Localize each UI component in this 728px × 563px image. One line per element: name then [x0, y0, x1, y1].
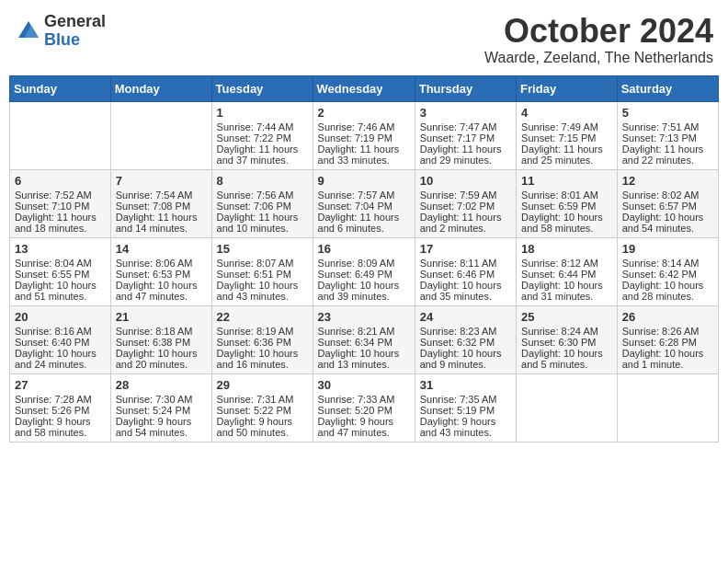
day-header-saturday: Saturday: [617, 75, 718, 101]
page-header: General Blue October 2024 Waarde, Zeelan…: [9, 9, 719, 70]
sunset-text: Sunset: 6:44 PM: [521, 269, 596, 280]
sunrise-text: Sunrise: 7:56 AM: [217, 190, 294, 201]
sunset-text: Sunset: 6:42 PM: [622, 269, 697, 280]
daylight-text: Daylight: 10 hours and 31 minutes.: [521, 280, 603, 302]
daylight-text: Daylight: 9 hours and 50 minutes.: [217, 416, 293, 438]
sunrise-text: Sunrise: 8:12 AM: [521, 258, 598, 269]
daylight-text: Daylight: 11 hours and 29 minutes.: [420, 144, 502, 166]
day-number: 5: [622, 106, 713, 120]
calendar-cell: 12Sunrise: 8:02 AMSunset: 6:57 PMDayligh…: [617, 169, 718, 237]
calendar-cell: 28Sunrise: 7:30 AMSunset: 5:24 PMDayligh…: [110, 373, 211, 442]
sunset-text: Sunset: 7:06 PM: [217, 201, 291, 212]
day-number: 25: [521, 310, 612, 324]
calendar-cell: 5Sunrise: 7:51 AMSunset: 7:13 PMDaylight…: [617, 101, 718, 169]
day-number: 7: [116, 174, 207, 188]
calendar-week-row: 20Sunrise: 8:16 AMSunset: 6:40 PMDayligh…: [10, 305, 719, 373]
daylight-text: Daylight: 9 hours and 54 minutes.: [116, 416, 192, 438]
calendar-cell: 31Sunrise: 7:35 AMSunset: 5:19 PMDayligh…: [415, 373, 516, 442]
sunrise-text: Sunrise: 7:57 AM: [318, 190, 395, 201]
day-number: 11: [521, 174, 612, 188]
calendar-cell: 8Sunrise: 7:56 AMSunset: 7:06 PMDaylight…: [211, 169, 313, 237]
calendar-header-row: SundayMondayTuesdayWednesdayThursdayFrid…: [10, 75, 719, 101]
sunrise-text: Sunrise: 8:24 AM: [521, 326, 598, 337]
calendar-cell: 4Sunrise: 7:49 AMSunset: 7:15 PMDaylight…: [517, 101, 618, 169]
calendar-cell: 24Sunrise: 8:23 AMSunset: 6:32 PMDayligh…: [415, 305, 516, 373]
sunset-text: Sunset: 5:20 PM: [318, 405, 392, 416]
day-number: 6: [15, 174, 106, 188]
daylight-text: Daylight: 10 hours and 24 minutes.: [15, 348, 97, 370]
sunrise-text: Sunrise: 8:04 AM: [15, 258, 92, 269]
sunrise-text: Sunrise: 8:21 AM: [318, 326, 395, 337]
sunrise-text: Sunrise: 7:31 AM: [217, 394, 294, 405]
day-header-tuesday: Tuesday: [211, 75, 313, 101]
sunset-text: Sunset: 7:15 PM: [521, 132, 596, 144]
day-number: 24: [420, 310, 511, 324]
sunrise-text: Sunrise: 7:59 AM: [420, 190, 497, 201]
month-title: October 2024: [484, 13, 713, 50]
calendar-week-row: 27Sunrise: 7:28 AMSunset: 5:26 PMDayligh…: [10, 373, 719, 442]
calendar-cell: 1Sunrise: 7:44 AMSunset: 7:22 PMDaylight…: [211, 101, 313, 169]
day-number: 28: [116, 378, 207, 392]
day-number: 10: [420, 174, 511, 188]
sunset-text: Sunset: 6:59 PM: [521, 201, 596, 212]
sunset-text: Sunset: 6:49 PM: [318, 269, 392, 280]
logo-general: General: [44, 13, 106, 31]
calendar-cell: 11Sunrise: 8:01 AMSunset: 6:59 PMDayligh…: [517, 169, 618, 237]
sunrise-text: Sunrise: 7:28 AM: [15, 394, 92, 405]
logo-icon: [15, 17, 42, 45]
daylight-text: Daylight: 10 hours and 5 minutes.: [521, 348, 603, 370]
calendar-cell: 17Sunrise: 8:11 AMSunset: 6:46 PMDayligh…: [415, 237, 516, 305]
calendar-cell: 13Sunrise: 8:04 AMSunset: 6:55 PMDayligh…: [10, 237, 111, 305]
sunrise-text: Sunrise: 7:46 AM: [318, 121, 395, 132]
day-number: 9: [318, 174, 410, 188]
sunset-text: Sunset: 7:22 PM: [217, 132, 291, 144]
day-header-wednesday: Wednesday: [313, 75, 415, 101]
sunrise-text: Sunrise: 7:47 AM: [420, 121, 497, 132]
sunset-text: Sunset: 6:51 PM: [217, 269, 291, 280]
calendar-cell: 2Sunrise: 7:46 AMSunset: 7:19 PMDaylight…: [313, 101, 415, 169]
daylight-text: Daylight: 10 hours and 9 minutes.: [420, 348, 502, 370]
day-header-friday: Friday: [517, 75, 618, 101]
day-number: 26: [622, 310, 713, 324]
sunset-text: Sunset: 6:40 PM: [15, 337, 89, 348]
calendar-week-row: 6Sunrise: 7:52 AMSunset: 7:10 PMDaylight…: [10, 169, 719, 237]
calendar-cell: 14Sunrise: 8:06 AMSunset: 6:53 PMDayligh…: [110, 237, 211, 305]
day-number: 27: [15, 378, 106, 392]
daylight-text: Daylight: 11 hours and 14 minutes.: [116, 212, 198, 234]
calendar-cell: 22Sunrise: 8:19 AMSunset: 6:36 PMDayligh…: [211, 305, 313, 373]
sunrise-text: Sunrise: 8:07 AM: [217, 258, 294, 269]
calendar-cell: [110, 101, 211, 169]
sunrise-text: Sunrise: 8:19 AM: [217, 326, 294, 337]
calendar-cell: 16Sunrise: 8:09 AMSunset: 6:49 PMDayligh…: [313, 237, 415, 305]
calendar-cell: 20Sunrise: 8:16 AMSunset: 6:40 PMDayligh…: [10, 305, 111, 373]
sunset-text: Sunset: 6:55 PM: [15, 269, 89, 280]
sunset-text: Sunset: 6:34 PM: [318, 337, 392, 348]
sunrise-text: Sunrise: 7:49 AM: [521, 121, 598, 132]
day-number: 20: [15, 310, 106, 324]
calendar-cell: 30Sunrise: 7:33 AMSunset: 5:20 PMDayligh…: [313, 373, 415, 442]
logo-text: General Blue: [44, 13, 106, 50]
day-header-monday: Monday: [110, 75, 211, 101]
sunset-text: Sunset: 6:32 PM: [420, 337, 495, 348]
sunset-text: Sunset: 6:57 PM: [622, 201, 697, 212]
calendar-cell: 7Sunrise: 7:54 AMSunset: 7:08 PMDaylight…: [110, 169, 211, 237]
day-number: 14: [116, 242, 207, 256]
day-number: 15: [217, 242, 308, 256]
sunset-text: Sunset: 7:17 PM: [420, 132, 495, 144]
daylight-text: Daylight: 10 hours and 35 minutes.: [420, 280, 502, 302]
calendar-cell: 9Sunrise: 7:57 AMSunset: 7:04 PMDaylight…: [313, 169, 415, 237]
sunrise-text: Sunrise: 7:52 AM: [15, 190, 92, 201]
daylight-text: Daylight: 10 hours and 54 minutes.: [622, 212, 704, 234]
sunset-text: Sunset: 7:10 PM: [15, 201, 89, 212]
calendar-cell: 26Sunrise: 8:26 AMSunset: 6:28 PMDayligh…: [617, 305, 718, 373]
day-header-thursday: Thursday: [415, 75, 516, 101]
calendar-cell: 19Sunrise: 8:14 AMSunset: 6:42 PMDayligh…: [617, 237, 718, 305]
calendar-cell: 21Sunrise: 8:18 AMSunset: 6:38 PMDayligh…: [110, 305, 211, 373]
sunrise-text: Sunrise: 8:11 AM: [420, 258, 497, 269]
calendar-cell: 3Sunrise: 7:47 AMSunset: 7:17 PMDaylight…: [415, 101, 516, 169]
sunset-text: Sunset: 6:28 PM: [622, 337, 697, 348]
calendar-cell: [10, 101, 111, 169]
sunrise-text: Sunrise: 8:26 AM: [622, 326, 700, 337]
daylight-text: Daylight: 10 hours and 47 minutes.: [116, 280, 198, 302]
daylight-text: Daylight: 10 hours and 39 minutes.: [318, 280, 400, 302]
